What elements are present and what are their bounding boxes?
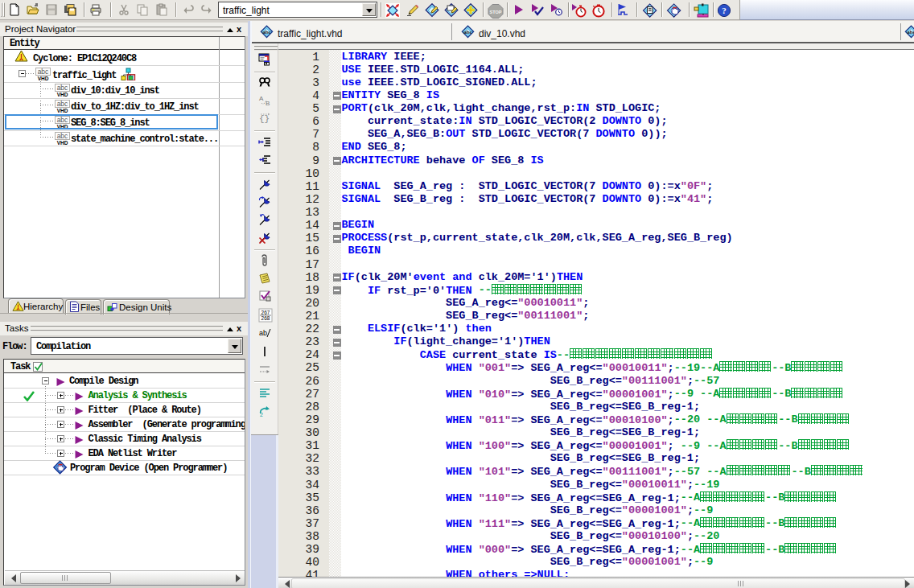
svg-text:A: A: [259, 95, 264, 102]
svg-text:abc: abc: [463, 29, 472, 35]
svg-text:267: 267: [261, 310, 270, 315]
svg-text:268: 268: [261, 315, 270, 321]
svg-text:2: 2: [260, 412, 263, 417]
svg-text:{}: {}: [259, 114, 270, 124]
svg-text:abc: abc: [262, 29, 271, 35]
svg-text:abc: abc: [907, 29, 914, 35]
svg-text:?: ?: [722, 6, 727, 15]
svg-text:ab: ab: [259, 329, 267, 337]
svg-text:STOP: STOP: [490, 10, 502, 14]
svg-text:B: B: [266, 100, 270, 107]
